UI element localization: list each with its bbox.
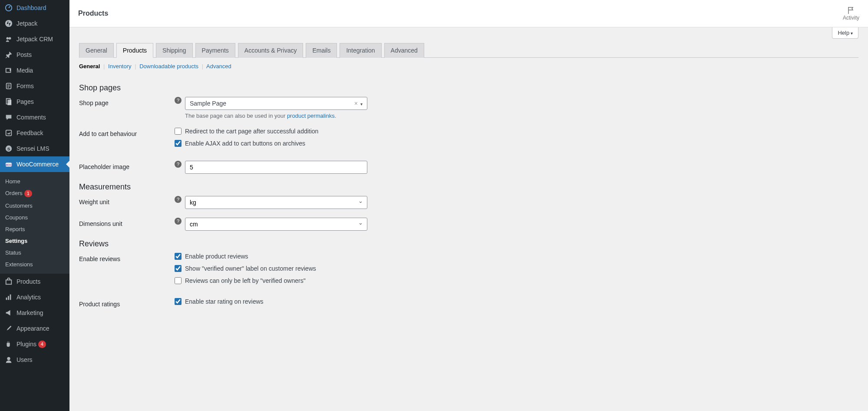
tab-products[interactable]: Products [116, 43, 153, 58]
sidebar-label: Users [17, 356, 33, 363]
heading-measurements: Measurements [79, 182, 858, 192]
submenu-extensions[interactable]: Extensions [0, 259, 69, 270]
media-icon [4, 66, 13, 75]
dashboard-icon [4, 3, 13, 12]
svg-text:S: S [7, 146, 10, 151]
activity-label: Activity [843, 15, 859, 21]
help-tip-icon[interactable]: ? [175, 97, 182, 104]
sidebar-item-plugins[interactable]: Plugins 4 [0, 336, 69, 352]
sidebar-item-woocommerce[interactable]: WOO WooCommerce [0, 156, 69, 172]
svg-point-3 [9, 37, 11, 40]
sidebar-label: Jetpack CRM [17, 36, 53, 43]
tab-payments[interactable]: Payments [195, 43, 235, 58]
submenu-customers[interactable]: Customers [0, 200, 69, 212]
verified-only-label[interactable]: Reviews can only be left by "verified ow… [185, 277, 306, 284]
label-enable-reviews: Enable reviews [79, 253, 175, 262]
svg-point-5 [10, 69, 11, 71]
svg-rect-14 [6, 280, 12, 284]
submenu-settings[interactable]: Settings [0, 235, 69, 247]
ajax-checkbox[interactable] [175, 140, 182, 147]
tab-advanced[interactable]: Advanced [384, 43, 424, 58]
svg-rect-15 [6, 298, 7, 300]
sidebar-item-media[interactable]: Media [0, 63, 69, 78]
sidebar-item-comments[interactable]: Comments [0, 109, 69, 125]
help-tab[interactable]: Help [832, 27, 858, 39]
enable-reviews-checkbox[interactable] [175, 253, 182, 260]
sidebar-item-jetpack-crm[interactable]: Jetpack CRM [0, 31, 69, 47]
star-rating-checkbox[interactable] [175, 298, 182, 305]
tab-integration[interactable]: Integration [340, 43, 381, 58]
sidebar-item-marketing[interactable]: Marketing [0, 305, 69, 321]
users-icon [4, 355, 13, 364]
label-add-to-cart: Add to cart behaviour [79, 128, 175, 137]
sidebar-item-forms[interactable]: Forms [0, 78, 69, 94]
sidebar-label: Media [17, 67, 33, 74]
svg-rect-8 [7, 100, 11, 106]
label-product-ratings: Product ratings [79, 298, 175, 308]
verified-owner-checkbox[interactable] [175, 265, 182, 272]
sidebar-label: Forms [17, 83, 34, 89]
submenu-home[interactable]: Home [0, 176, 69, 187]
clear-icon[interactable]: × [354, 100, 358, 107]
dimensions-unit-select[interactable]: cm [185, 218, 367, 231]
help-tip-icon[interactable]: ? [175, 161, 182, 168]
sidebar-item-jetpack[interactable]: Jetpack [0, 16, 69, 31]
sub-sections: General | Inventory | Downloadable produ… [79, 58, 858, 75]
svg-point-2 [7, 37, 9, 40]
subtab-advanced[interactable]: Advanced [206, 63, 231, 70]
star-rating-label[interactable]: Enable star rating on reviews [185, 298, 264, 305]
tab-accounts[interactable]: Accounts & Privacy [238, 43, 304, 58]
submenu-reports[interactable]: Reports [0, 223, 69, 235]
crm-icon [4, 35, 13, 43]
orders-badge: 1 [24, 190, 32, 197]
sidebar-item-feedback[interactable]: Feedback [0, 125, 69, 141]
sensei-icon: S [4, 144, 13, 153]
shop-page-select[interactable]: Sample Page ×▾ [185, 97, 367, 110]
activity-button[interactable]: Activity [843, 6, 859, 21]
heading-shop-pages: Shop pages [79, 83, 858, 93]
appearance-icon [4, 324, 13, 333]
sidebar-item-sensei[interactable]: S Sensei LMS [0, 141, 69, 156]
heading-reviews: Reviews [79, 239, 858, 249]
label-dimensions-unit: Dimensions unit [79, 218, 175, 227]
admin-sidebar: Dashboard Jetpack Jetpack CRM Posts Medi… [0, 0, 69, 411]
marketing-icon [4, 308, 13, 317]
tab-general[interactable]: General [79, 43, 114, 58]
submenu-coupons[interactable]: Coupons [0, 212, 69, 223]
subtab-general[interactable]: General [79, 63, 100, 70]
sidebar-label: Comments [17, 114, 46, 121]
sidebar-label: Appearance [17, 325, 50, 332]
submenu-orders[interactable]: Orders1 [0, 187, 69, 200]
subtab-downloadable[interactable]: Downloadable products [139, 63, 198, 70]
sidebar-item-dashboard[interactable]: Dashboard [0, 0, 69, 16]
flag-icon [847, 6, 855, 15]
tab-emails[interactable]: Emails [306, 43, 337, 58]
verified-only-checkbox[interactable] [175, 277, 182, 284]
settings-tabs: General Products Shipping Payments Accou… [79, 43, 858, 58]
svg-text:WOO: WOO [5, 163, 12, 166]
sidebar-item-posts[interactable]: Posts [0, 47, 69, 63]
sidebar-item-appearance[interactable]: Appearance [0, 321, 69, 336]
permalinks-link[interactable]: product permalinks [287, 113, 335, 119]
redirect-checkbox[interactable] [175, 128, 182, 135]
shop-page-description: The base page can also be used in your p… [185, 113, 367, 119]
verified-owner-label[interactable]: Show "verified owner" label on customer … [185, 265, 316, 272]
redirect-label[interactable]: Redirect to the cart page after successf… [185, 128, 318, 135]
tab-shipping[interactable]: Shipping [156, 43, 193, 58]
sidebar-label: Pages [17, 98, 34, 105]
sidebar-item-analytics[interactable]: Analytics [0, 289, 69, 305]
sidebar-item-users[interactable]: Users [0, 352, 69, 368]
sidebar-label: Products [17, 278, 40, 285]
submenu-status[interactable]: Status [0, 247, 69, 259]
weight-unit-select[interactable]: kg [185, 196, 367, 209]
enable-reviews-label[interactable]: Enable product reviews [185, 253, 248, 260]
placeholder-input[interactable] [185, 161, 367, 174]
sidebar-item-pages[interactable]: Pages [0, 94, 69, 109]
help-tip-icon[interactable]: ? [175, 196, 182, 203]
chevron-down-icon: ▾ [360, 102, 363, 106]
sidebar-label: Marketing [17, 309, 43, 316]
sidebar-item-products[interactable]: Products [0, 274, 69, 289]
help-tip-icon[interactable]: ? [175, 218, 182, 225]
subtab-inventory[interactable]: Inventory [108, 63, 131, 70]
ajax-label[interactable]: Enable AJAX add to cart buttons on archi… [185, 140, 305, 147]
